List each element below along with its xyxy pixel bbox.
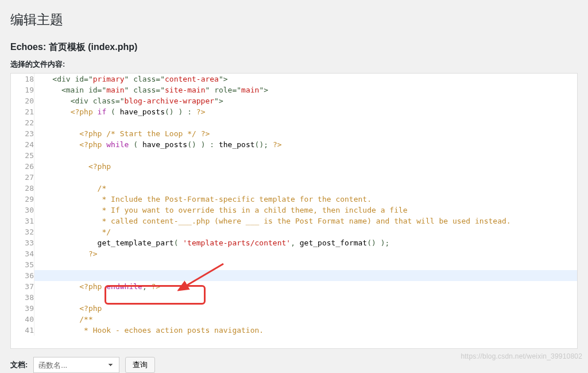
function-name-select[interactable]: 函数名... <box>33 357 119 373</box>
code-line[interactable]: 26 <?php <box>11 161 577 172</box>
line-number: 26 <box>11 161 34 172</box>
line-number: 19 <box>11 84 34 95</box>
code-line[interactable]: 34 ?> <box>11 248 577 259</box>
code-line[interactable]: 32 */ <box>11 226 577 237</box>
code-line[interactable]: 40 /** <box>11 314 577 325</box>
code-content[interactable] <box>34 117 578 128</box>
code-content[interactable]: /** <box>34 314 578 325</box>
code-content[interactable] <box>34 259 578 270</box>
code-line[interactable]: 23 <?php /* Start the Loop */ ?> <box>11 128 577 139</box>
code-content[interactable]: <div id="primary" class="content-area"> <box>34 74 578 84</box>
code-line[interactable]: 31 * called content-___.php (where ___ i… <box>11 216 577 226</box>
line-number: 21 <box>11 106 34 117</box>
code-line[interactable]: 37 <?php endwhile; ?> <box>11 281 577 292</box>
code-content[interactable]: <?php while ( have_posts() ) : the_post(… <box>34 139 578 150</box>
code-content[interactable]: * If you want to override this in a chil… <box>34 205 578 216</box>
code-content[interactable]: get_template_part( 'template-parts/conte… <box>34 237 578 248</box>
code-line[interactable]: 18 <div id="primary" class="content-area… <box>11 74 577 84</box>
line-number: 38 <box>11 292 34 303</box>
code-content[interactable]: * called content-___.php (where ___ is t… <box>34 216 578 226</box>
code-line[interactable]: 19 <main id="main" class="site-main" rol… <box>11 84 577 95</box>
code-line[interactable]: 36 <box>11 270 577 281</box>
lookup-button[interactable]: 查询 <box>125 357 155 373</box>
code-line[interactable]: 21 <?php if ( have_posts() ) : ?> <box>11 106 577 117</box>
code-line[interactable]: 29 * Include the Post-Format-specific te… <box>11 194 577 205</box>
line-number: 28 <box>11 183 34 194</box>
line-number: 25 <box>11 150 34 161</box>
line-number: 18 <box>11 74 34 84</box>
code-line[interactable]: 30 * If you want to override this in a c… <box>11 205 577 216</box>
line-number: 34 <box>11 248 34 259</box>
line-number: 33 <box>11 237 34 248</box>
line-number: 32 <box>11 226 34 237</box>
code-editor[interactable]: 18 <div id="primary" class="content-area… <box>10 73 578 349</box>
line-number: 30 <box>11 205 34 216</box>
line-number: 35 <box>11 259 34 270</box>
line-number: 40 <box>11 314 34 325</box>
line-number: 36 <box>11 270 34 281</box>
code-content[interactable]: <?php endwhile; ?> <box>34 281 578 292</box>
page-title: 编辑主题 <box>10 6 578 31</box>
code-line[interactable]: 28 /* <box>11 183 577 194</box>
code-content[interactable]: <?php /* Start the Loop */ ?> <box>34 128 578 139</box>
code-line[interactable]: 38 <box>11 292 577 303</box>
code-content[interactable]: <main id="main" class="site-main" role="… <box>34 84 578 95</box>
code-line[interactable]: 33 get_template_part( 'template-parts/co… <box>11 237 577 248</box>
code-content[interactable]: <div class="blog-archive-wrapper"> <box>34 95 578 106</box>
code-line[interactable]: 27 <box>11 172 577 183</box>
line-number: 41 <box>11 325 34 336</box>
code-content[interactable]: <?php if ( have_posts() ) : ?> <box>34 106 578 117</box>
line-number: 31 <box>11 216 34 226</box>
line-number: 27 <box>11 172 34 183</box>
line-number: 24 <box>11 139 34 150</box>
code-content[interactable]: * Hook - echoes action posts navigation. <box>34 325 578 336</box>
line-number: 20 <box>11 95 34 106</box>
code-content[interactable]: */ <box>34 226 578 237</box>
code-content[interactable]: /* <box>34 183 578 194</box>
watermark: https://blog.csdn.net/weixin_39910802 <box>461 352 582 360</box>
code-line[interactable]: 25 <box>11 150 577 161</box>
code-line[interactable]: 35 <box>11 259 577 270</box>
code-line[interactable]: 41 * Hook - echoes action posts navigati… <box>11 325 577 336</box>
line-number: 39 <box>11 303 34 314</box>
doc-label: 文档: <box>10 360 28 370</box>
code-line[interactable]: 22 <box>11 117 577 128</box>
code-content[interactable] <box>34 150 578 161</box>
code-content[interactable]: <?php <box>34 303 578 314</box>
code-content[interactable] <box>34 292 578 303</box>
code-content[interactable]: * Include the Post-Format-specific templ… <box>34 194 578 205</box>
line-number: 22 <box>11 117 34 128</box>
line-number: 23 <box>11 128 34 139</box>
code-content[interactable] <box>34 172 578 183</box>
code-content[interactable]: <?php <box>34 161 578 172</box>
line-number: 37 <box>11 281 34 292</box>
code-content[interactable]: ?> <box>34 248 578 259</box>
line-number: 29 <box>11 194 34 205</box>
theme-file-name: Echoes: 首页模板 (index.php) <box>10 41 578 53</box>
code-line[interactable]: 39 <?php <box>11 303 577 314</box>
file-content-label: 选择的文件内容: <box>10 59 578 70</box>
code-content[interactable] <box>34 270 578 281</box>
code-line[interactable]: 24 <?php while ( have_posts() ) : the_po… <box>11 139 577 150</box>
code-line[interactable]: 20 <div class="blog-archive-wrapper"> <box>11 95 577 106</box>
